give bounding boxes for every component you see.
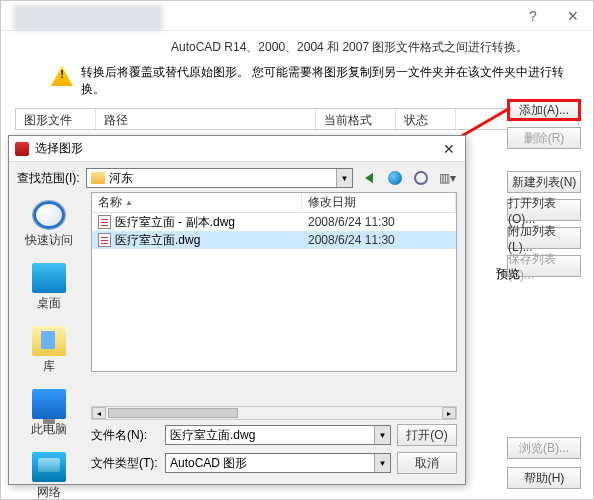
new-list-button[interactable]: 新建列表(N) (507, 171, 581, 193)
file-list-header: 名称▲ 修改日期 (92, 193, 456, 213)
lookin-row: 查找范围(I): 河东 ▼ ▥▾ (9, 162, 465, 194)
places-bar: 快速访问 桌面 库 此电脑 网络 (9, 192, 89, 484)
description-line-2: 转换后将覆盖或替代原始图形。 您可能需要将图形复制到另一文件夹并在该文件夹中进行… (81, 64, 577, 98)
filename-label: 文件名(N): (91, 427, 159, 444)
select-drawing-dialog: 选择图形 ✕ 查找范围(I): 河东 ▼ ▥▾ 快速访问 桌面 库 此电脑 网络… (8, 135, 466, 485)
warning-row: 转换后将覆盖或替代原始图形。 您可能需要将图形复制到另一文件夹并在该文件夹中进行… (1, 60, 593, 108)
pc-icon (32, 389, 66, 419)
file-date: 2008/6/24 11:30 (302, 215, 456, 229)
search-button[interactable] (411, 168, 431, 188)
dropdown-icon[interactable]: ▼ (374, 426, 390, 444)
dwg-icon (98, 215, 111, 229)
folder-icon (91, 172, 105, 184)
file-name: 医疗室立面.dwg (115, 232, 200, 249)
horizontal-scrollbar[interactable]: ◂ ▸ (91, 406, 457, 420)
right-button-panel: 添加(A)... 删除(R) 新建列表(N) 打开列表(O)... 附加列表(L… (507, 99, 581, 277)
scroll-thumb[interactable] (108, 408, 238, 418)
autocad-icon (15, 142, 29, 156)
preview-label: 预览 (496, 266, 520, 283)
place-libraries[interactable]: 库 (15, 326, 83, 375)
place-desktop[interactable]: 桌面 (15, 263, 83, 312)
file-row[interactable]: 医疗室立面 - 副本.dwg 2008/6/24 11:30 (92, 213, 456, 231)
help-button-bottom[interactable]: 帮助(H) (507, 467, 581, 489)
file-list[interactable]: 名称▲ 修改日期 医疗室立面 - 副本.dwg 2008/6/24 11:30 … (91, 192, 457, 372)
file-row-selected[interactable]: 医疗室立面.dwg 2008/6/24 11:30 (92, 231, 456, 249)
filename-input[interactable]: 医疗室立面.dwg▼ (165, 425, 391, 445)
library-icon (32, 326, 66, 356)
browse-button: 浏览(B)... (507, 437, 581, 459)
dwg-icon (98, 233, 111, 247)
views-button[interactable]: ▥▾ (437, 168, 457, 188)
spacer (507, 155, 581, 165)
file-date: 2008/6/24 11:30 (302, 233, 456, 247)
place-quick-access[interactable]: 快速访问 (15, 200, 83, 249)
scroll-right-button[interactable]: ▸ (442, 407, 456, 419)
col-filename[interactable]: 图形文件 (16, 109, 96, 129)
filetype-label: 文件类型(T): (91, 455, 159, 472)
open-button[interactable]: 打开(O) (397, 424, 457, 446)
col-format[interactable]: 当前格式 (316, 109, 396, 129)
search-icon (414, 171, 428, 185)
filename-value: 医疗室立面.dwg (170, 427, 255, 444)
close-button[interactable]: ✕ (553, 1, 593, 31)
dropdown-icon[interactable]: ▼ (374, 454, 390, 472)
place-this-pc[interactable]: 此电脑 (15, 389, 83, 438)
desktop-icon (32, 263, 66, 293)
filetype-value: AutoCAD 图形 (170, 455, 247, 472)
clock-icon (32, 200, 66, 230)
add-button[interactable]: 添加(A)... (507, 99, 581, 121)
place-label: 网络 (37, 484, 61, 500)
warning-icon (51, 66, 73, 86)
col-modified[interactable]: 修改日期 (302, 193, 456, 212)
network-icon (32, 452, 66, 482)
place-label: 快速访问 (25, 232, 73, 249)
sort-asc-icon: ▲ (125, 198, 133, 207)
blurred-title (13, 5, 163, 31)
back-arrow-icon (365, 173, 373, 183)
help-button[interactable]: ? (513, 1, 553, 31)
file-grid-header: 图形文件 路径 当前格式 状态 (15, 108, 579, 130)
cancel-button[interactable]: 取消 (397, 452, 457, 474)
col-path[interactable]: 路径 (96, 109, 316, 129)
web-button[interactable] (385, 168, 405, 188)
remove-button: 删除(R) (507, 127, 581, 149)
open-list-button[interactable]: 打开列表(O)... (507, 199, 581, 221)
lookin-value: 河东 (109, 170, 133, 187)
back-button[interactable] (359, 168, 379, 188)
dialog-titlebar: 选择图形 ✕ (9, 136, 465, 162)
append-list-button[interactable]: 附加列表(L)... (507, 227, 581, 249)
lookin-label: 查找范围(I): (17, 170, 80, 187)
lookin-combo[interactable]: 河东 ▼ (86, 168, 353, 188)
place-label: 桌面 (37, 295, 61, 312)
filetype-combo[interactable]: AutoCAD 图形▼ (165, 453, 391, 473)
filename-form: 文件名(N): 医疗室立面.dwg▼ 打开(O) 文件类型(T): AutoCA… (91, 424, 457, 474)
dialog-close-button[interactable]: ✕ (439, 141, 459, 157)
place-label: 库 (43, 358, 55, 375)
dropdown-icon[interactable]: ▼ (336, 169, 352, 187)
col-status[interactable]: 状态 (396, 109, 456, 129)
description-line-1: AutoCAD R14、2000、2004 和 2007 图形文件格式之间进行转… (1, 31, 593, 60)
globe-icon (388, 171, 402, 185)
file-name: 医疗室立面 - 副本.dwg (115, 214, 235, 231)
col-name[interactable]: 名称▲ (92, 193, 302, 212)
place-network[interactable]: 网络 (15, 452, 83, 500)
dialog-title: 选择图形 (35, 140, 83, 157)
scroll-left-button[interactable]: ◂ (92, 407, 106, 419)
